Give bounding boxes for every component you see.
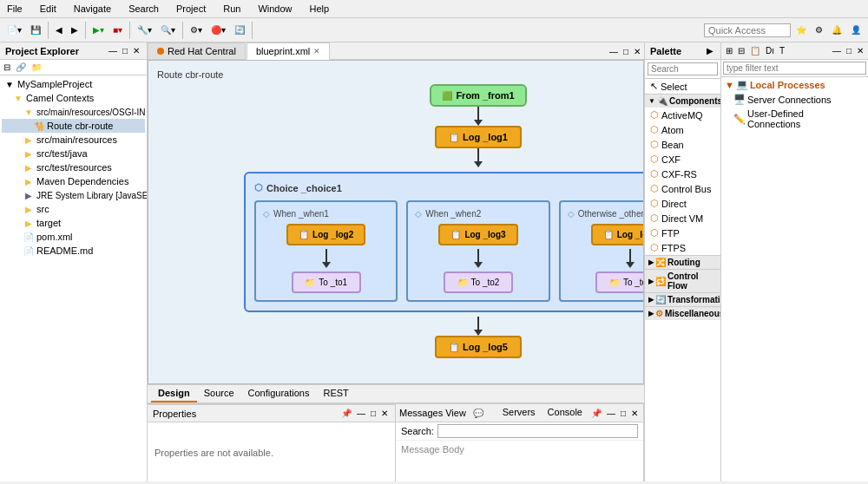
- toolbar-btn-1[interactable]: 🔧▾: [134, 23, 155, 37]
- far-right-local-processes[interactable]: ▼ 💻 Local Processes: [721, 77, 868, 92]
- tree-item-route[interactable]: 🐪 Route cbr-route: [2, 119, 145, 133]
- tab-blueprint-close[interactable]: ✕: [313, 47, 320, 56]
- menu-edit[interactable]: Edit: [36, 2, 60, 16]
- qa-btn-1[interactable]: ⭐: [792, 23, 810, 37]
- palette-ftp[interactable]: ⬡ FTP: [645, 226, 720, 240]
- menu-project[interactable]: Project: [173, 2, 209, 16]
- new-folder-btn[interactable]: 📁: [30, 62, 43, 73]
- link-editor-btn[interactable]: 🔗: [14, 62, 28, 73]
- save-btn[interactable]: 💾: [27, 23, 44, 37]
- tab-console[interactable]: Console: [542, 406, 588, 420]
- tree-item-src-test-java[interactable]: ▶ src/test/java: [2, 147, 145, 160]
- tree-item-src-main[interactable]: ▶ src/main/resources: [2, 133, 145, 147]
- palette-directvm[interactable]: ⬡ Direct VM: [645, 211, 720, 226]
- msg-close-btn[interactable]: ✕: [629, 406, 640, 420]
- qa-btn-4[interactable]: 👤: [847, 23, 865, 37]
- palette-section-controlflow[interactable]: ▶ 🔁 Control Flow: [645, 269, 720, 292]
- toolbar-btn-2[interactable]: 🔍▾: [157, 23, 179, 37]
- palette-controlbus[interactable]: ⬡ Control Bus: [645, 181, 720, 196]
- palette-section-components[interactable]: ▼ 🔌 Components: [645, 94, 720, 108]
- far-right-search-input[interactable]: [723, 62, 866, 75]
- palette-direct[interactable]: ⬡ Direct: [645, 196, 720, 211]
- palette-activemq[interactable]: ⬡ ActiveMQ: [645, 108, 720, 122]
- editor-minimize[interactable]: —: [608, 46, 620, 57]
- menu-search[interactable]: Search: [125, 2, 162, 16]
- close-btn[interactable]: ✕: [131, 45, 141, 56]
- messages-search-input[interactable]: [437, 424, 638, 438]
- editor-maximize[interactable]: □: [621, 46, 630, 57]
- toolbar-btn-3[interactable]: ⚙▾: [187, 23, 206, 37]
- node-to1[interactable]: 📁 To _to1: [292, 271, 361, 293]
- qa-btn-3[interactable]: 🔔: [828, 23, 845, 37]
- tab-rest[interactable]: REST: [316, 385, 355, 402]
- menu-window[interactable]: Window: [254, 2, 295, 16]
- palette-bean[interactable]: ⬡ Bean: [645, 137, 720, 152]
- menu-navigate[interactable]: Navigate: [70, 2, 115, 16]
- palette-expand-btn[interactable]: ▶: [705, 45, 715, 56]
- fr-maximize[interactable]: □: [845, 45, 853, 56]
- palette-select[interactable]: ↖ Select: [645, 79, 720, 94]
- fr-btn-4[interactable]: Dı: [764, 45, 776, 56]
- tree-item-jre[interactable]: ▶ JRE System Library [JavaSE-1.8: [2, 188, 145, 202]
- forward-btn[interactable]: ▶: [68, 23, 82, 37]
- fr-btn-3[interactable]: 📋: [748, 45, 762, 56]
- node-log4[interactable]: 📋 Log _log4: [591, 224, 644, 245]
- toolbar-btn-4[interactable]: 🔴▾: [207, 23, 229, 37]
- minimize-btn[interactable]: —: [107, 45, 119, 56]
- fr-btn-5[interactable]: T: [778, 45, 786, 56]
- toolbar-btn-5[interactable]: 🔄: [231, 23, 248, 37]
- tree-item-pom[interactable]: 📄 pom.xml: [2, 230, 145, 244]
- palette-search-input[interactable]: [648, 62, 718, 75]
- menu-run[interactable]: Run: [220, 2, 244, 16]
- tree-item-src-test-res[interactable]: ▶ src/test/resources: [2, 160, 145, 174]
- tab-configurations[interactable]: Configurations: [241, 385, 317, 402]
- run-btn[interactable]: ▶▾: [89, 23, 108, 37]
- tree-item-project[interactable]: ▼ MySampleProject: [2, 77, 145, 91]
- collapse-all-btn[interactable]: ⊟: [2, 62, 12, 73]
- palette-atom[interactable]: ⬡ Atom: [645, 122, 720, 137]
- palette-section-misc[interactable]: ▶ ⚙ Miscellaneous: [645, 306, 720, 320]
- tree-item-camel-contexts[interactable]: ▼ Camel Contexts: [2, 91, 145, 105]
- quick-access-input[interactable]: [704, 23, 791, 37]
- palette-section-transformation[interactable]: ▶ 🔄 Transformation: [645, 292, 720, 306]
- prop-pin-btn[interactable]: 📌: [339, 408, 353, 419]
- far-right-user-connections[interactable]: ✏️ User-Defined Connections: [721, 107, 868, 131]
- tab-servers[interactable]: Servers: [497, 406, 541, 420]
- node-log3[interactable]: 📋 Log _log3: [438, 224, 517, 245]
- tab-blueprint[interactable]: blueprint.xml ✕: [247, 43, 330, 60]
- fr-minimize[interactable]: —: [831, 45, 843, 56]
- qa-btn-2[interactable]: ⚙: [812, 23, 826, 37]
- far-right-server-connections[interactable]: 🖥️ Server Connections: [721, 92, 868, 107]
- palette-ftps[interactable]: ⬡ FTPS: [645, 240, 720, 255]
- node-to3[interactable]: 📁 To _to3: [595, 271, 644, 293]
- stop-btn[interactable]: ■▾: [109, 23, 126, 37]
- node-log2[interactable]: 📋 Log _log2: [286, 224, 365, 245]
- new-btn[interactable]: 📄▾: [3, 23, 25, 37]
- node-from[interactable]: 🟩 From _from1: [430, 84, 526, 107]
- tree-item-src[interactable]: ▶ src: [2, 202, 145, 216]
- prop-minimize-btn[interactable]: —: [355, 408, 367, 419]
- msg-maximize-btn[interactable]: □: [619, 406, 628, 420]
- fr-btn-1[interactable]: ⊞: [724, 45, 734, 56]
- fr-btn-2[interactable]: ⊟: [736, 45, 746, 56]
- tab-source[interactable]: Source: [197, 385, 241, 402]
- prop-close-btn[interactable]: ✕: [379, 408, 390, 419]
- palette-cxfrs[interactable]: ⬡ CXF-RS: [645, 167, 720, 181]
- msg-pin-btn[interactable]: 📌: [589, 406, 603, 420]
- msg-minimize-btn[interactable]: —: [605, 406, 617, 420]
- editor-close[interactable]: ✕: [632, 46, 642, 57]
- node-log1[interactable]: 📋 Log _log1: [435, 126, 522, 148]
- palette-cxf[interactable]: ⬡ CXF: [645, 152, 720, 167]
- tab-design[interactable]: Design: [151, 385, 197, 402]
- tab-redhat[interactable]: Red Hat Central: [148, 43, 246, 59]
- fr-close[interactable]: ✕: [855, 45, 865, 56]
- palette-section-routing[interactable]: ▶ 🔀 Routing: [645, 255, 720, 269]
- node-log5[interactable]: 📋 Log _log5: [435, 336, 522, 358]
- menu-help[interactable]: Help: [306, 2, 333, 16]
- tree-item-osgi[interactable]: ▼ src/main/resources/OSGI-IN: [2, 105, 145, 119]
- tree-item-maven-deps[interactable]: ▶ Maven Dependencies: [2, 174, 145, 188]
- tree-item-readme[interactable]: 📄 README.md: [2, 244, 145, 258]
- back-btn[interactable]: ◀: [52, 23, 66, 37]
- canvas-area[interactable]: Route cbr-route 🟩 From _from1 �: [148, 60, 644, 384]
- maximize-btn[interactable]: □: [121, 45, 129, 56]
